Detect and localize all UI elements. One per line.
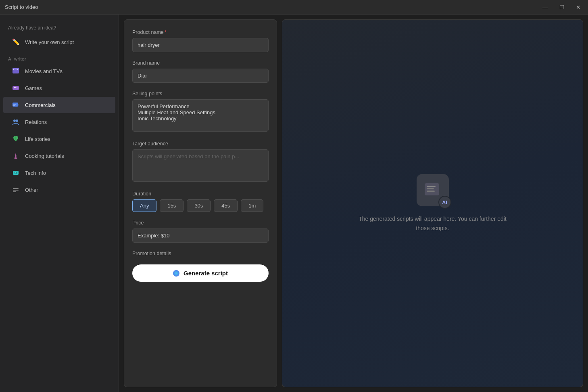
product-name-input[interactable]	[132, 38, 269, 52]
sidebar-item-label: Games	[25, 85, 42, 91]
cooking-icon	[11, 151, 20, 160]
content-area: Product name* Brand name Selling points …	[119, 15, 588, 392]
sidebar-item-label: Movies and TVs	[25, 68, 63, 74]
pencil-icon: ✏️	[11, 38, 20, 46]
svg-point-8	[17, 88, 18, 88]
preview-empty-text: The generated scripts will appear here. …	[352, 214, 513, 233]
product-name-label: Product name*	[132, 29, 269, 35]
selling-points-input[interactable]: Powerful Performance Multiple Heat and S…	[132, 99, 269, 132]
sidebar-item-label: Other	[25, 187, 38, 193]
svg-rect-24	[427, 186, 436, 187]
target-audience-input[interactable]	[132, 149, 269, 182]
svg-rect-21	[13, 190, 19, 191]
sidebar-item-movies[interactable]: Movies and TVs	[3, 63, 115, 79]
product-name-group: Product name*	[132, 29, 269, 52]
maximize-button[interactable]: ☐	[557, 4, 567, 11]
sidebar-item-label: Commercials	[25, 102, 56, 108]
duration-1m-button[interactable]: 1m	[241, 199, 263, 212]
brand-name-label: Brand name	[132, 60, 269, 66]
svg-rect-2	[13, 69, 14, 70]
svg-rect-12	[13, 105, 15, 106]
svg-rect-6	[15, 87, 15, 88]
sidebar-item-relations[interactable]: Relations	[3, 114, 115, 130]
life-stories-icon	[11, 134, 20, 143]
titlebar: Script to video — ☐ ✕	[0, 0, 588, 15]
sidebar-item-write-own[interactable]: ✏️ Write your own script	[3, 34, 115, 50]
sidebar-item-commercials[interactable]: Commercials	[3, 97, 115, 113]
sidebar-section-already: Already have an idea?	[0, 23, 119, 34]
svg-point-14	[16, 119, 18, 122]
sidebar-item-games[interactable]: Games	[3, 80, 115, 96]
sidebar-item-cooking[interactable]: Cooking tutorials	[3, 148, 115, 164]
games-icon	[11, 84, 20, 92]
minimize-button[interactable]: —	[540, 4, 550, 11]
price-input[interactable]	[132, 228, 269, 243]
promotion-label: Promotion details	[132, 251, 269, 256]
brand-name-input[interactable]	[132, 69, 269, 83]
target-audience-group: Target audience	[132, 141, 269, 183]
duration-any-button[interactable]: Any	[132, 199, 156, 212]
duration-label: Duration	[132, 191, 269, 197]
relations-icon	[11, 117, 20, 126]
promotion-group: Promotion details	[132, 251, 269, 256]
selling-points-group: Selling points Powerful Performance Mult…	[132, 91, 269, 133]
duration-15s-button[interactable]: 15s	[160, 199, 183, 212]
ai-icon-container: AI	[417, 174, 449, 206]
svg-rect-20	[13, 188, 19, 189]
sidebar-item-label: Write your own script	[25, 39, 74, 45]
window-controls: — ☐ ✕	[540, 4, 583, 11]
ai-badge: AI	[438, 196, 451, 209]
generate-icon	[173, 270, 179, 277]
preview-panel: AI The generated scripts will appear her…	[282, 19, 583, 387]
commercials-icon	[11, 101, 20, 109]
svg-point-16	[14, 157, 17, 159]
duration-45s-button[interactable]: 45s	[214, 199, 238, 212]
sidebar-item-life-stories[interactable]: Life stories	[3, 131, 115, 147]
svg-rect-22	[13, 191, 16, 192]
svg-rect-9	[13, 103, 18, 107]
svg-rect-26	[427, 191, 435, 192]
sidebar-item-tech[interactable]: Tech info	[3, 165, 115, 181]
other-icon	[11, 185, 20, 194]
sidebar-item-label: Life stories	[25, 136, 50, 142]
svg-rect-11	[13, 104, 16, 105]
target-audience-label: Target audience	[132, 141, 269, 147]
form-panel: Product name* Brand name Selling points …	[124, 19, 277, 387]
generate-script-button[interactable]: Generate script	[132, 264, 269, 282]
svg-rect-3	[17, 69, 18, 70]
script-icon	[424, 182, 442, 198]
svg-rect-25	[427, 188, 434, 189]
generate-btn-label: Generate script	[183, 270, 228, 277]
sidebar-item-label: Relations	[25, 119, 47, 125]
brand-name-group: Brand name	[132, 60, 269, 83]
app-title: Script to video	[5, 4, 38, 10]
selling-points-label: Selling points	[132, 91, 269, 96]
sidebar-item-label: Cooking tutorials	[25, 153, 64, 159]
sidebar: Already have an idea? ✏️ Write your own …	[0, 15, 119, 392]
duration-group: Duration Any 15s 30s 45s 1m	[132, 191, 269, 212]
close-button[interactable]: ✕	[573, 4, 583, 11]
movies-icon	[11, 67, 20, 75]
duration-30s-button[interactable]: 30s	[187, 199, 211, 212]
sidebar-item-other[interactable]: Other	[3, 182, 115, 198]
sidebar-item-label: Tech info	[25, 170, 46, 176]
price-group: Price	[132, 220, 269, 243]
svg-point-19	[15, 172, 17, 174]
main-layout: Already have an idea? ✏️ Write your own …	[0, 15, 588, 392]
tech-icon	[11, 168, 20, 177]
svg-point-13	[13, 119, 16, 122]
svg-point-7	[17, 87, 17, 88]
svg-rect-15	[15, 155, 17, 157]
price-label: Price	[132, 220, 269, 226]
duration-buttons: Any 15s 30s 45s 1m	[132, 199, 269, 212]
sidebar-section-ai: AI writer	[0, 51, 119, 63]
